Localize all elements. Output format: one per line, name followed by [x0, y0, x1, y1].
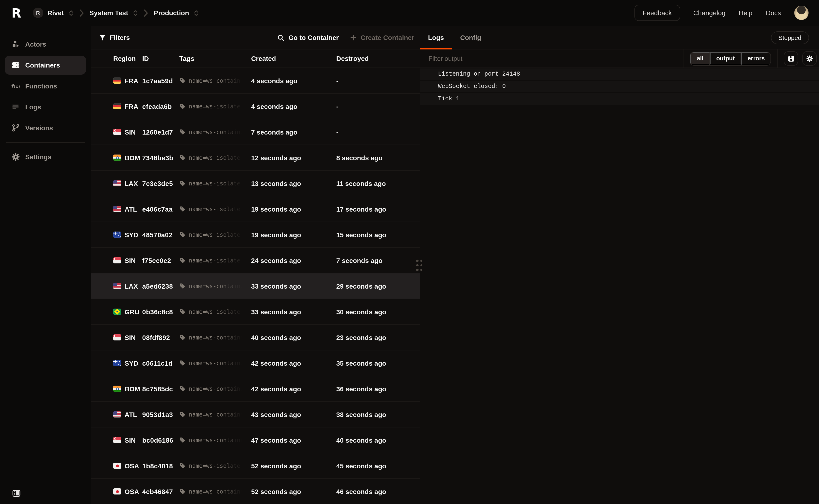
destroyed-time: 23 seconds ago — [336, 334, 420, 341]
top-header: R R Rivet System Test Pr — [0, 0, 819, 26]
feedback-button[interactable]: Feedback — [634, 5, 680, 21]
logs-icon — [11, 102, 20, 111]
filter-output-input[interactable] — [420, 49, 683, 68]
tag-icon — [179, 488, 185, 494]
region-flag-icon-jp — [113, 488, 121, 494]
sidebar-collapse-icon[interactable] — [12, 489, 20, 497]
sidebar-item-functions[interactable]: f(x)Functions — [5, 77, 86, 96]
tags-cell: name=ws-container — [179, 360, 251, 366]
region-code: BOM — [125, 385, 140, 393]
go-to-container-button[interactable]: Go to Container — [278, 34, 339, 41]
table-row[interactable]: SIN1260e1d7name=ws-container7 seconds ag… — [91, 119, 420, 145]
created-time: 7 seconds ago — [251, 128, 336, 136]
tag-value: name=ws-container — [189, 334, 246, 341]
sidebar-item-settings[interactable]: Settings — [5, 147, 86, 166]
region-cell: GRU — [113, 308, 142, 315]
logs-panel-tabs: LogsConfig Stopped — [420, 26, 819, 49]
container-id: 08fdf892 — [142, 334, 179, 341]
sidebar-item-label: Containers — [25, 61, 60, 69]
log-filter-errors[interactable]: errors — [741, 52, 770, 65]
actors-icon — [11, 40, 20, 49]
chevron-right-icon — [78, 9, 85, 17]
region-cell: SYD — [113, 231, 142, 238]
container-id: 4eb46847 — [142, 488, 179, 495]
destroyed-time: 15 seconds ago — [336, 231, 420, 238]
filters-button[interactable]: Filters — [99, 34, 130, 41]
table-row[interactable]: ATLe406c7aaname=ws-isolate19 seconds ago… — [91, 196, 420, 222]
breadcrumb-environment-label: Production — [154, 9, 189, 17]
destroyed-time: - — [336, 77, 420, 84]
create-container-button[interactable]: Create Container — [350, 34, 414, 41]
breadcrumb-org[interactable]: R Rivet — [33, 8, 74, 18]
region-flag-icon-us — [113, 411, 121, 417]
tag-value: name=ws-isolate — [189, 103, 246, 110]
settings-icon — [11, 152, 20, 161]
sidebar-item-logs[interactable]: Logs — [5, 97, 86, 116]
table-row[interactable]: LAX7c3e3de5name=ws-isolate13 seconds ago… — [91, 171, 420, 196]
region-flag-icon-de — [113, 78, 121, 84]
user-avatar[interactable] — [794, 6, 809, 20]
changelog-link[interactable]: Changelog — [693, 9, 725, 17]
table-row[interactable]: FRAcfeada6bname=ws-isolate4 seconds ago- — [91, 94, 420, 119]
container-id: 48570a02 — [142, 231, 179, 238]
filter-funnel-icon — [99, 34, 106, 41]
save-logs-button[interactable] — [784, 51, 798, 66]
table-row[interactable]: SYD48570a02name=ws-isolate19 seconds ago… — [91, 222, 420, 248]
tag-value: name=ws-container — [189, 385, 246, 392]
log-settings-button[interactable] — [802, 51, 817, 66]
region-code: SYD — [125, 359, 138, 367]
breadcrumb-project[interactable]: System Test — [89, 9, 138, 17]
column-header-destroyed: Destroyed — [336, 55, 420, 62]
sidebar-item-versions[interactable]: Versions — [5, 118, 86, 137]
tag-icon — [179, 232, 185, 238]
created-time: 42 seconds ago — [251, 385, 336, 393]
region-flag-icon-sg — [113, 257, 121, 263]
toolbar-divider — [777, 49, 778, 68]
tab-logs[interactable]: Logs — [420, 26, 452, 49]
table-row[interactable]: OSA4eb46847name=ws-container52 seconds a… — [91, 479, 420, 504]
rivet-logo[interactable]: R — [11, 6, 20, 19]
tags-cell: name=ws-isolate — [179, 462, 251, 469]
breadcrumb-environment[interactable]: Production — [154, 9, 199, 17]
sidebar-item-actors[interactable]: Actors — [5, 35, 86, 54]
table-row[interactable]: SYDc0611c1dname=ws-container42 seconds a… — [91, 350, 420, 376]
tags-cell: name=ws-isolate — [179, 308, 251, 315]
table-row[interactable]: SINbc0d6186name=ws-container47 seconds a… — [91, 427, 420, 453]
table-row[interactable]: FRA1c7aa59dname=ws-container4 seconds ag… — [91, 68, 420, 94]
log-filter-all[interactable]: all — [690, 52, 710, 65]
tag-icon — [179, 437, 185, 443]
region-cell: OSA — [113, 462, 142, 470]
tag-icon — [179, 411, 185, 417]
go-to-container-label: Go to Container — [288, 34, 339, 41]
panel-resize-handle[interactable] — [416, 260, 422, 271]
screen: R R Rivet System Test Pr — [0, 0, 819, 504]
tab-config[interactable]: Config — [452, 26, 489, 49]
table-row[interactable]: BOM7348be3bname=ws-isolate12 seconds ago… — [91, 145, 420, 171]
table-row[interactable]: ATL9053d1a3name=ws-container43 seconds a… — [91, 402, 420, 427]
containers-icon — [11, 61, 20, 70]
sidebar-item-containers[interactable]: Containers — [5, 56, 86, 75]
log-filter-output[interactable]: output — [710, 52, 741, 65]
destroyed-time: - — [336, 102, 420, 110]
table-row[interactable]: BOM8c7585dcname=ws-container42 seconds a… — [91, 376, 420, 402]
docs-link[interactable]: Docs — [766, 9, 781, 17]
table-row[interactable]: SIN08fdf892name=ws-container40 seconds a… — [91, 325, 420, 350]
container-id: e406c7aa — [142, 205, 179, 213]
column-header-id: ID — [142, 55, 179, 62]
table-row[interactable]: LAXa5ed6238name=ws-container33 seconds a… — [91, 273, 420, 299]
table-row[interactable]: SINf75ce0e2name=ws-isolate24 seconds ago… — [91, 248, 420, 273]
table-row[interactable]: GRU0b36c8c8name=ws-isolate33 seconds ago… — [91, 299, 420, 325]
region-flag-icon-de — [113, 103, 121, 109]
container-id: 1260e1d7 — [142, 128, 179, 136]
tags-cell: name=ws-container — [179, 77, 251, 84]
sidebar-item-label: Actors — [25, 40, 46, 48]
container-id: 1b8c4018 — [142, 462, 179, 470]
containers-panel: Filters Go to Container Create Container… — [91, 26, 420, 504]
region-code: LAX — [125, 179, 138, 187]
table-toolbar: Filters Go to Container Create Container — [91, 26, 420, 49]
log-line-text: Listening on port 24148 — [438, 71, 520, 78]
table-row[interactable]: OSA1b8c4018name=ws-isolate52 seconds ago… — [91, 453, 420, 479]
tags-cell: name=ws-isolate — [179, 231, 251, 238]
help-link[interactable]: Help — [739, 9, 753, 17]
region-code: ATL — [125, 411, 137, 418]
